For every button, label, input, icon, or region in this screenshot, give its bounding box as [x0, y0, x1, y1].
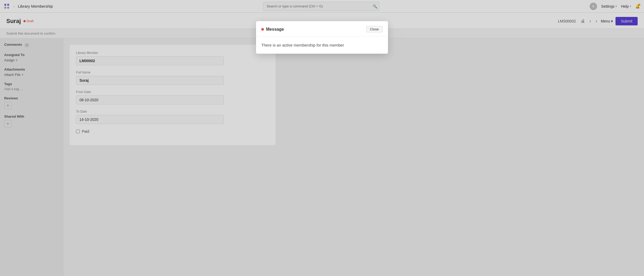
modal-title: Message — [266, 27, 284, 32]
message-modal: Message Close There is an active members… — [256, 21, 388, 54]
modal-message-text: There is an active membership for this m… — [261, 43, 383, 47]
modal-close-button[interactable]: Close — [366, 26, 383, 33]
modal-title-wrap: Message — [261, 27, 284, 32]
modal-status-dot — [261, 28, 264, 31]
modal-overlay: Message Close There is an active members… — [0, 0, 644, 276]
modal-header: Message Close — [256, 21, 388, 36]
modal-body: There is an active membership for this m… — [256, 36, 388, 54]
